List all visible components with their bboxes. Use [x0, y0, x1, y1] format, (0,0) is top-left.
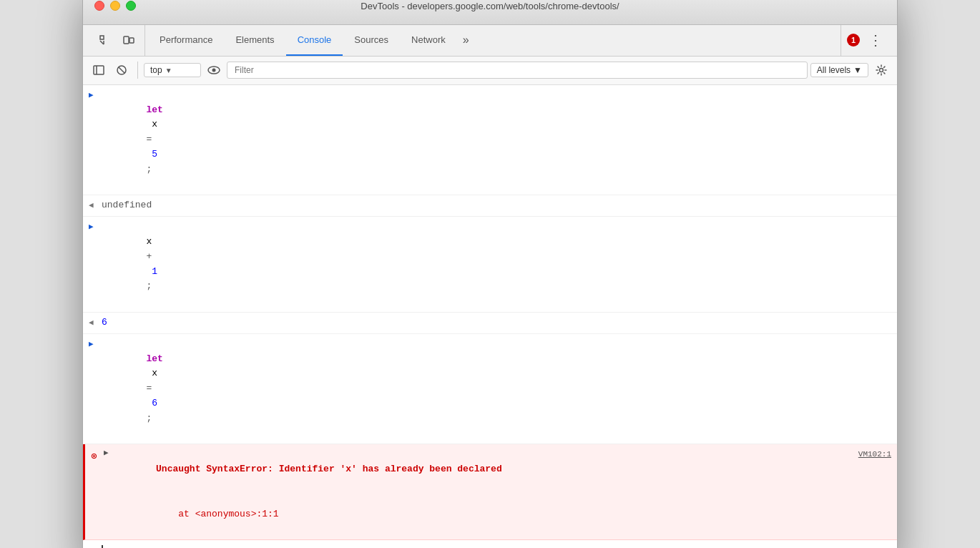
svg-rect-3	[124, 36, 129, 44]
console-error-line: ⊗ ▶ Uncaught SyntaxError: Identifier 'x'…	[83, 444, 897, 540]
input-arrow[interactable]: ▶	[89, 88, 97, 102]
prompt-arrow: ▶	[89, 545, 97, 548]
context-selector[interactable]: top ▼	[144, 63, 201, 77]
maximize-button[interactable]	[126, 1, 136, 11]
svg-rect-4	[129, 38, 134, 43]
error-badge[interactable]: 1 1	[847, 34, 860, 47]
error-icon: ⊗	[91, 447, 99, 464]
tab-more-button[interactable]: »	[457, 34, 475, 47]
code-text: x	[146, 119, 162, 129]
console-line: ◀ undefined	[83, 195, 897, 217]
console-settings-button[interactable]	[871, 60, 891, 80]
line-content: let x = 5 ;	[102, 88, 891, 192]
number: 6	[146, 398, 157, 408]
watch-expressions-button[interactable]	[204, 60, 224, 80]
console-cursor	[102, 545, 103, 548]
operator: +	[146, 251, 152, 262]
line-content: let x = 6 ;	[102, 337, 891, 441]
tab-console[interactable]: Console	[286, 25, 343, 56]
toolbar-icons	[89, 25, 145, 56]
levels-arrow: ▼	[853, 65, 862, 75]
console-line: ▶ x + 1 ;	[83, 217, 897, 313]
input-arrow[interactable]: ▶	[89, 220, 97, 234]
console-line: ▶ let x = 5 ;	[83, 85, 897, 196]
input-arrow[interactable]: ▶	[89, 337, 97, 351]
semicolon: ;	[146, 413, 152, 424]
keyword: let	[146, 353, 162, 364]
filter-input[interactable]	[227, 62, 808, 79]
sidebar-toggle-button[interactable]	[89, 60, 109, 80]
traffic-lights	[94, 1, 136, 11]
main-toolbar: Performance Elements Console Sources Net…	[83, 25, 897, 57]
window-title: DevTools - developers.google.com/web/too…	[361, 1, 619, 11]
code-text: x	[146, 368, 162, 378]
tab-network[interactable]: Network	[400, 25, 457, 56]
semicolon: ;	[146, 280, 152, 291]
semicolon: ;	[146, 164, 152, 175]
operator: =	[146, 134, 152, 145]
error-content: Uncaught SyntaxError: Identifier 'x' has…	[112, 447, 858, 537]
context-arrow: ▼	[165, 67, 172, 74]
error-count-badge: 1	[847, 34, 860, 47]
svg-rect-0	[100, 36, 104, 39]
keyword: let	[146, 104, 162, 115]
console-toolbar: top ▼ All levels ▼	[83, 57, 897, 85]
close-button[interactable]	[94, 1, 104, 11]
toolbar-separator	[137, 62, 138, 79]
minimize-button[interactable]	[110, 1, 120, 11]
devtools-window: DevTools - developers.google.com/web/too…	[82, 0, 898, 548]
error-source-link[interactable]: VM102:1	[858, 447, 891, 461]
title-bar: DevTools - developers.google.com/web/too…	[83, 0, 897, 25]
log-levels-selector[interactable]: All levels ▼	[810, 63, 868, 77]
output-arrow: ◀	[89, 315, 97, 330]
tab-bar: Performance Elements Console Sources Net…	[145, 25, 841, 56]
console-input-line[interactable]: ▶	[83, 540, 897, 548]
inspect-icon[interactable]	[94, 30, 114, 50]
more-options-button[interactable]: ⋮	[866, 30, 886, 50]
output-arrow: ◀	[89, 198, 97, 212]
svg-line-8	[119, 67, 124, 73]
error-main-text: Uncaught SyntaxError: Identifier 'x' has…	[156, 464, 502, 474]
console-line: ▶ let x = 6 ;	[83, 334, 897, 445]
console-line: ◀ 6	[83, 313, 897, 334]
svg-point-11	[880, 69, 883, 72]
line-content: x + 1 ;	[102, 220, 891, 309]
tab-performance[interactable]: Performance	[148, 25, 224, 56]
clear-console-button[interactable]	[112, 60, 132, 80]
tab-elements[interactable]: Elements	[224, 25, 285, 56]
svg-rect-5	[94, 66, 104, 74]
expand-error-arrow[interactable]: ▶	[104, 447, 109, 460]
device-toolbar-icon[interactable]	[119, 30, 139, 50]
operator: =	[146, 383, 152, 393]
tab-sources[interactable]: Sources	[343, 25, 400, 56]
line-content: undefined	[102, 198, 891, 213]
console-output: ▶ let x = 5 ; ◀ undefined ▶ x + 1 ;	[83, 85, 897, 548]
toolbar-right: 1 1 ⋮	[841, 25, 891, 56]
error-at-text: at <anonymous>:1:1	[156, 509, 279, 519]
number: 1	[146, 266, 157, 277]
number: 5	[146, 149, 157, 160]
code-text: x	[146, 236, 157, 247]
svg-point-10	[212, 69, 216, 72]
line-content: 6	[102, 315, 891, 331]
